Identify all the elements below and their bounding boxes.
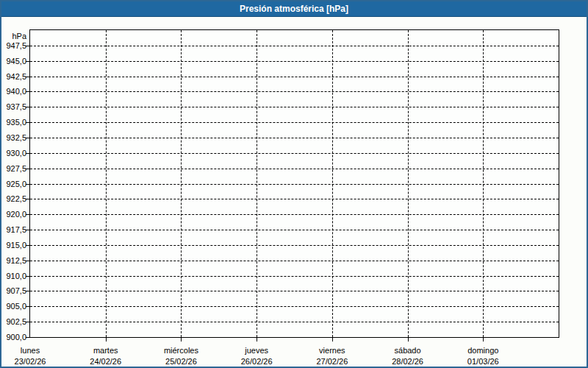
y-tick-label: 917,5 (1, 225, 26, 234)
x-label-day: martes (90, 345, 121, 356)
y-gridline (30, 276, 559, 277)
x-gridline (257, 30, 257, 337)
x-label-date: 26/02/26 (241, 356, 273, 367)
x-label-date: 23/02/26 (15, 356, 46, 367)
y-tick-label: 945,0 (1, 57, 26, 66)
x-label-day: domingo (467, 345, 499, 356)
x-label-date: 01/03/26 (467, 356, 499, 367)
chart-title: Presión atmosférica [hPa] (240, 4, 348, 14)
y-tick-label: 920,0 (1, 210, 26, 219)
y-tick-label: 930,0 (1, 149, 26, 158)
y-tick-label: 922,5 (1, 194, 26, 203)
y-tick-label: 927,5 (1, 164, 26, 173)
x-label-day: miércoles (164, 345, 198, 356)
x-tick-label: domingo01/03/26 (467, 345, 499, 367)
y-tick-label: 902,5 (1, 317, 26, 326)
y-axis-unit-label: hPa (1, 32, 26, 40)
y-tick-label: 900,0 (1, 333, 26, 342)
chart-title-bar: Presión atmosférica [hPa] (1, 1, 587, 17)
x-tick-label: sábado28/02/26 (392, 345, 423, 367)
y-tick-label: 947,5 (1, 41, 26, 50)
x-label-date: 24/02/26 (90, 356, 121, 367)
x-tick (408, 338, 409, 342)
y-gridline (30, 138, 559, 138)
y-gridline (30, 122, 559, 123)
x-gridline (106, 30, 107, 337)
x-tick-label: miércoles25/02/26 (164, 345, 198, 367)
x-gridline (408, 30, 409, 337)
x-label-day: jueves (241, 345, 273, 356)
y-tick-label: 932,5 (1, 133, 26, 142)
y-gridline (30, 169, 559, 169)
y-gridline (30, 261, 559, 261)
y-gridline (30, 322, 559, 322)
pressure-chart-window: Presión atmosférica [hPa] hPa 900,0902,5… (0, 0, 588, 368)
x-label-date: 27/02/26 (316, 356, 348, 367)
plot-area (29, 29, 559, 338)
y-gridline (30, 153, 559, 154)
x-label-day: viernes (316, 345, 348, 356)
y-gridline (30, 306, 559, 307)
y-gridline (30, 245, 559, 246)
y-gridline (30, 199, 559, 199)
x-label-day: sábado (392, 345, 423, 356)
x-label-date: 28/02/26 (392, 356, 423, 367)
y-tick-label: 942,5 (1, 72, 26, 81)
y-tick-label: 937,5 (1, 102, 26, 111)
x-tick (181, 338, 182, 342)
y-gridline (30, 61, 559, 62)
x-gridline (332, 30, 333, 337)
x-tick (483, 338, 484, 342)
y-tick-label: 907,5 (1, 286, 26, 295)
y-gridline (30, 46, 559, 46)
y-tick-label: 915,0 (1, 241, 26, 250)
x-label-day: lunes (15, 345, 46, 356)
x-tick-label: viernes27/02/26 (316, 345, 348, 367)
y-gridline (30, 291, 559, 291)
x-gridline (483, 30, 484, 337)
x-gridline (181, 30, 182, 337)
y-gridline (30, 230, 559, 230)
y-tick-label: 912,5 (1, 256, 26, 265)
y-tick-label: 925,0 (1, 180, 26, 188)
y-gridline (30, 77, 559, 77)
x-tick (332, 338, 333, 342)
x-tick (106, 338, 107, 342)
x-tick-label: lunes23/02/26 (15, 345, 46, 367)
y-gridline (30, 107, 559, 107)
y-tick-label: 910,0 (1, 272, 26, 280)
x-tick-label: jueves26/02/26 (241, 345, 273, 367)
y-tick-label: 905,0 (1, 302, 26, 311)
x-label-date: 25/02/26 (164, 356, 198, 367)
y-tick-label: 935,0 (1, 118, 26, 127)
x-tick (257, 338, 257, 342)
y-gridline (30, 214, 559, 215)
y-tick-label: 940,0 (1, 87, 26, 96)
x-tick-label: martes24/02/26 (90, 345, 121, 367)
y-gridline (30, 91, 559, 92)
y-gridline (30, 184, 559, 185)
